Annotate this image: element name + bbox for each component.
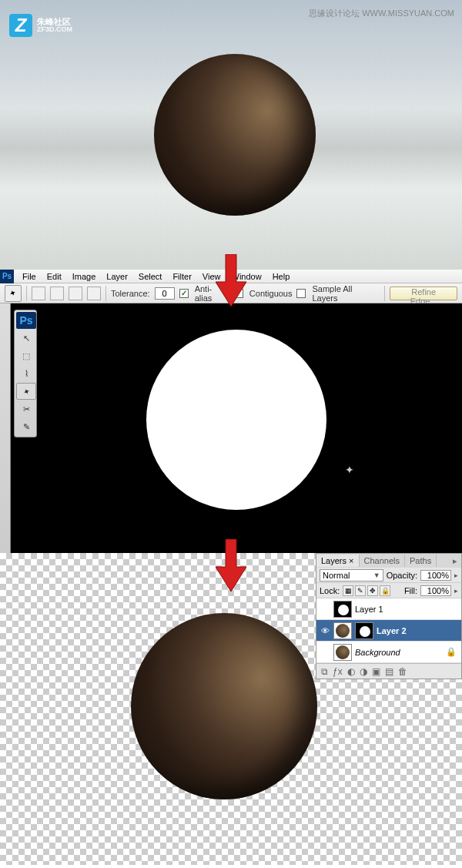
lock-position-icon[interactable]: ✥: [367, 585, 378, 596]
panel-tabs: Layers × Channels Paths ▸: [316, 554, 461, 568]
sphere-render-2: [131, 613, 317, 799]
tolerance-label: Tolerance:: [111, 289, 150, 298]
sample-all-label: Sample All Layers: [312, 284, 380, 303]
tab-paths[interactable]: Paths: [405, 555, 437, 567]
layer-mask-icon[interactable]: ◐: [347, 666, 355, 677]
selection-sub-icon[interactable]: [69, 287, 82, 300]
opacity-input[interactable]: 100%: [420, 570, 451, 581]
ps-app-icon: Ps: [0, 270, 14, 283]
chevron-down-icon: ▼: [373, 571, 380, 579]
lock-label: Lock:: [320, 586, 340, 595]
separator: [105, 286, 106, 301]
layers-panel: Layers × Channels Paths ▸ Normal ▼ Opaci…: [316, 553, 462, 679]
tab-channels[interactable]: Channels: [360, 555, 405, 567]
group-icon[interactable]: ▣: [372, 666, 380, 677]
lock-paint-icon[interactable]: ✎: [355, 585, 366, 596]
opacity-label: Opacity:: [387, 571, 417, 580]
new-layer-icon[interactable]: ▤: [385, 666, 393, 677]
contiguous-label: Contiguous: [249, 289, 293, 298]
lock-all-icon[interactable]: 🔒: [380, 585, 390, 596]
adjustment-layer-icon[interactable]: ◑: [360, 666, 367, 677]
logo-subtitle: ZF3D.COM: [37, 26, 72, 34]
layer-thumb-icon: [333, 644, 352, 661]
move-tool-icon[interactable]: ↖: [16, 330, 36, 347]
link-layers-icon[interactable]: ⧉: [321, 666, 328, 677]
menu-filter[interactable]: Filter: [167, 272, 196, 281]
selection-new-icon[interactable]: [32, 287, 45, 300]
sample-all-checkbox[interactable]: [296, 289, 306, 298]
layer-list: Layer 1 👁 Layer 2 Background 🔒: [316, 598, 461, 663]
menu-select[interactable]: Select: [133, 272, 168, 281]
canvas-mask-view[interactable]: Ps ↖ ⬚ ⌇ ✦ ✂ ✎ ✦: [0, 303, 462, 553]
anti-alias-checkbox[interactable]: ✓: [179, 289, 189, 298]
preview-stage-1: Z 朱峰社区 ZF3D.COM 思缘设计论坛 WWW.MISSYUAN.COM: [0, 0, 462, 270]
chevron-right-icon[interactable]: ▸: [454, 587, 458, 595]
selection-intersect-icon[interactable]: [87, 287, 101, 300]
separator: [384, 286, 385, 301]
layer-row[interactable]: Background 🔒: [316, 642, 461, 663]
fill-input[interactable]: 100%: [420, 585, 451, 596]
menu-edit[interactable]: Edit: [42, 272, 67, 281]
delete-layer-icon[interactable]: 🗑: [398, 666, 407, 677]
layer-thumb-mask-icon: [333, 601, 352, 618]
toolbox-ps-icon: Ps: [16, 312, 36, 329]
blend-mode-select[interactable]: Normal ▼: [320, 569, 383, 581]
refine-edge-button[interactable]: Refine Edge...: [390, 287, 457, 300]
magic-wand-tool-icon[interactable]: ✦: [16, 383, 36, 400]
sphere-render-1: [154, 54, 316, 216]
preview-stage-3: Layers × Channels Paths ▸ Normal ▼ Opaci…: [0, 553, 462, 865]
tab-layers[interactable]: Layers ×: [316, 555, 360, 567]
layer-name: Layer 1: [355, 605, 383, 614]
lock-icon: 🔒: [446, 647, 457, 657]
watermark-right: 思缘设计论坛 WWW.MISSYUAN.COM: [309, 8, 454, 19]
layer-mask-thumb-icon: [355, 622, 373, 639]
layer-name: Background: [355, 648, 400, 657]
separator: [26, 286, 27, 301]
menu-file[interactable]: File: [17, 272, 42, 281]
tolerance-input[interactable]: [155, 287, 175, 300]
layer-row-selected[interactable]: 👁 Layer 2: [316, 620, 461, 642]
ruler-vertical: [0, 303, 11, 553]
layer-thumb-icon: [333, 622, 352, 639]
selection-add-icon[interactable]: [50, 287, 64, 300]
logo-z-icon: Z: [9, 14, 32, 37]
lasso-tool-icon[interactable]: ⌇: [16, 365, 36, 382]
layer-row[interactable]: Layer 1: [316, 598, 461, 620]
menu-layer[interactable]: Layer: [101, 272, 133, 281]
fx-icon[interactable]: ƒx: [333, 666, 343, 677]
logo-watermark: Z 朱峰社区 ZF3D.COM: [9, 14, 72, 37]
layers-panel-footer: ⧉ ƒx ◐ ◑ ▣ ▤ 🗑: [316, 663, 461, 679]
panel-menu-icon[interactable]: ▸: [449, 556, 461, 566]
lock-transparency-icon[interactable]: ▦: [343, 585, 353, 596]
arrow-down-icon: [216, 254, 246, 308]
visibility-eye-icon[interactable]: 👁: [316, 626, 333, 635]
mask-circle: [146, 330, 326, 510]
menu-help[interactable]: Help: [267, 272, 296, 281]
marquee-tool-icon[interactable]: ⬚: [16, 347, 36, 364]
arrow-down-icon: [216, 539, 246, 593]
active-tool-wand-icon[interactable]: ✦: [5, 285, 22, 302]
photoshop-window: Ps File Edit Image Layer Select Filter V…: [0, 270, 462, 553]
brush-tool-icon[interactable]: ✎: [16, 418, 36, 435]
menu-image[interactable]: Image: [67, 272, 102, 281]
fill-label: Fill:: [404, 586, 417, 595]
crop-tool-icon[interactable]: ✂: [16, 400, 36, 417]
layer-name: Layer 2: [377, 626, 407, 635]
blend-mode-value: Normal: [323, 571, 350, 580]
toolbox-panel: Ps ↖ ⬚ ⌇ ✦ ✂ ✎: [14, 310, 37, 437]
chevron-right-icon[interactable]: ▸: [454, 571, 458, 579]
cursor-wand-icon: ✦: [345, 464, 354, 476]
